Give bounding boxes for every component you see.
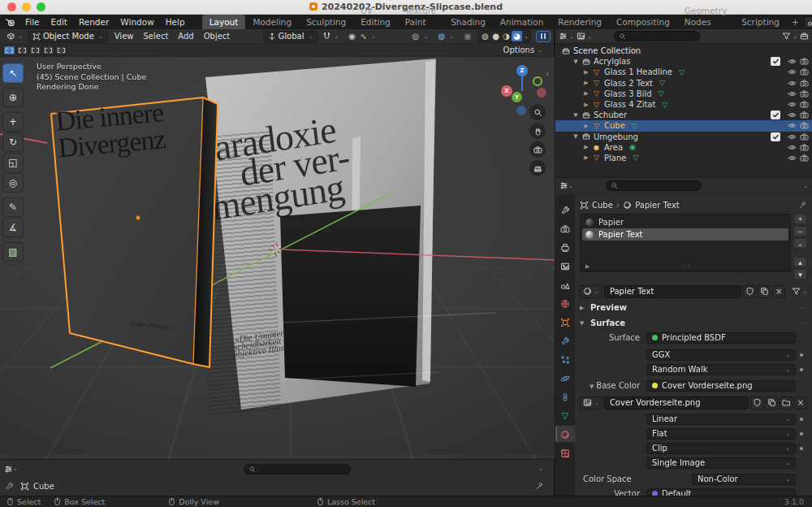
menu-item[interactable]: View (110, 29, 139, 44)
properties-tab-tool[interactable] (555, 202, 575, 218)
disable-in-render-camera-icon[interactable] (800, 67, 809, 76)
base-color-texture-button[interactable]: Cover Vorderseite.png (646, 380, 796, 392)
tool-move[interactable]: + (2, 112, 24, 132)
menu-item[interactable]: Add (173, 29, 198, 44)
move-slot-down-button[interactable]: ▾ (793, 269, 807, 280)
expand-arrow-icon[interactable]: ▶ (581, 154, 591, 161)
workspace-tab-shading[interactable]: Shading (443, 15, 493, 29)
outliner-filter-button[interactable]: ⌄ (782, 32, 797, 41)
workspace-tab-uv-editing[interactable]: UV Editing (353, 3, 398, 29)
unlink-image-button[interactable]: × (794, 396, 807, 410)
subsurface-method-dropdown[interactable]: Random Walk⌄ (646, 364, 796, 375)
properties-tab-modifiers[interactable] (555, 332, 575, 349)
distribution-dropdown[interactable]: GGX⌄ (646, 349, 796, 361)
viewport-canvas[interactable]: Paradoxie der ver- mengung »Die Ununter-… (0, 57, 555, 459)
outliner-row-glass-3-bild[interactable]: ▶ ▽ Glass 3 Bild ▽ (555, 89, 812, 99)
bottom-editor-pin-icon[interactable] (535, 481, 549, 491)
hide-in-viewport-eye-icon[interactable] (788, 154, 797, 162)
outliner-row-glass-4-zitat[interactable]: ▶ ▽ Glass 4 Zitat ▽ (555, 99, 812, 110)
fake-user-shield-button[interactable] (743, 285, 756, 298)
menu-item[interactable]: Select (138, 29, 173, 44)
outliner-row-area[interactable]: ▶ ● Area ◉ (555, 142, 812, 153)
preview-panel-header[interactable]: ▶Preview┄┄ (580, 301, 807, 314)
move-slot-up-button[interactable]: ▴ (793, 257, 807, 267)
add-workspace-button[interactable]: + (787, 17, 804, 27)
outliner-row-glass-1-headline[interactable]: ▶ ▽ Glass 1 Headline ▽ (555, 67, 812, 77)
interpolation-dropdown[interactable]: Linear⌄ (646, 414, 796, 425)
mode-dropdown[interactable]: Object Mode⌄ (28, 31, 108, 42)
disable-in-render-camera-icon[interactable] (800, 110, 809, 119)
disable-in-render-camera-icon[interactable] (800, 132, 809, 141)
options-dropdown[interactable]: Options⌄ (503, 46, 551, 54)
browse-image-dropdown[interactable]: ⌄ (580, 396, 603, 410)
blender-logo-icon[interactable] (5, 16, 16, 28)
tool-scale[interactable]: ◱ (2, 153, 24, 172)
snap-toggle[interactable]: ⌄ (319, 32, 342, 41)
shading-dropdown[interactable]: ⌄ (524, 33, 529, 40)
gizmo-axis-x-neg[interactable] (537, 88, 546, 98)
surface-shader-button[interactable]: Principled BSDF (646, 332, 796, 344)
gizmo-axis-x[interactable]: X (501, 85, 512, 97)
disable-in-render-camera-icon[interactable] (800, 100, 809, 109)
hide-in-viewport-eye-icon[interactable] (788, 89, 797, 98)
gizmo-axis-z-neg[interactable] (516, 106, 526, 115)
color-space-dropdown[interactable]: Non-Color⌄ (692, 474, 796, 485)
workspace-tab-modeling[interactable]: Modeling (245, 15, 299, 29)
transform-orientation-dropdown[interactable]: Global⌄ (263, 31, 318, 42)
properties-tab-scene[interactable] (555, 276, 575, 292)
properties-tab-particles[interactable] (555, 351, 575, 367)
exclude-checkbox[interactable] (771, 110, 780, 119)
properties-tab-render[interactable] (555, 220, 575, 236)
hide-in-viewport-eye-icon[interactable] (788, 57, 797, 66)
properties-tab-constraints[interactable] (555, 388, 575, 405)
tool-cursor[interactable]: ⊕ (2, 88, 24, 107)
properties-editor-type-dropdown[interactable]: ⌄ (559, 181, 573, 190)
gizmo-axis-y-neg[interactable] (533, 76, 542, 86)
expand-arrow-icon[interactable]: ▶ (581, 102, 591, 108)
gizmo-axis-y[interactable]: Y (512, 92, 522, 102)
image-name-field[interactable]: Cover Vorderseite.png (604, 396, 749, 410)
show-gizmo-toggle[interactable]: ◎⌄ (407, 31, 431, 41)
image-copy-button[interactable] (765, 396, 778, 410)
extension-dropdown[interactable]: Clip⌄ (646, 443, 796, 454)
zoom-view-button[interactable] (529, 104, 546, 120)
menu-item[interactable]: Edit (45, 15, 73, 29)
workspace-tab-texture-paint[interactable]: Texture Paint (398, 3, 443, 29)
workspace-tab-sculpting[interactable]: Sculpting (299, 15, 353, 29)
workspace-tab-scripting[interactable]: Scripting (734, 15, 787, 29)
tool-tab-icon[interactable] (5, 481, 14, 491)
shading-wireframe-button[interactable]: ◍ (480, 31, 490, 41)
scene-selector[interactable]: ⌄ Scene × (804, 16, 812, 28)
workspace-tab-layout[interactable]: Layout (202, 15, 246, 29)
pin-id-icon[interactable] (798, 200, 807, 210)
shading-material-button[interactable]: ◑ (501, 31, 512, 41)
properties-tab-data[interactable]: ▽ (555, 407, 575, 423)
remove-slot-button[interactable]: − (793, 226, 807, 236)
surface-panel-header[interactable]: ▼Surface┄┄ (580, 317, 807, 329)
properties-tab-world[interactable] (555, 295, 575, 311)
outliner-row-schuber[interactable]: ▼ Schuber (555, 110, 812, 120)
expand-arrow-icon[interactable]: ▼ (571, 112, 581, 119)
xray-toggle[interactable]: ▣ (459, 31, 476, 41)
outliner-filter-id-dropdown[interactable]: ⌄ (577, 32, 592, 41)
sidebar-collapse-arrow[interactable]: ‹ (546, 68, 549, 79)
hide-in-viewport-eye-icon[interactable] (788, 110, 797, 119)
workspace-tab-animation[interactable]: Animation (493, 15, 551, 29)
image-fake-user-button[interactable] (750, 396, 763, 410)
image-source-dropdown[interactable]: Single Image⌄ (646, 457, 796, 469)
gizmo-axis-z[interactable]: Z (516, 65, 528, 76)
properties-tab-output[interactable] (555, 239, 575, 255)
hide-in-viewport-eye-icon[interactable] (788, 67, 797, 76)
tool-rotate[interactable]: ↻ (2, 132, 24, 152)
disable-in-render-camera-icon[interactable] (800, 57, 809, 66)
outliner-row-umgebung[interactable]: ▼ Umgebung (555, 132, 812, 142)
hide-in-viewport-eye-icon[interactable] (788, 100, 797, 109)
workspace-tab-compositing[interactable]: Compositing (609, 15, 677, 29)
expand-arrow-icon[interactable]: ▼ (571, 58, 581, 65)
properties-tab-view-layer[interactable] (555, 258, 575, 274)
copy-material-button[interactable] (758, 285, 771, 298)
projection-dropdown[interactable]: Flat⌄ (646, 428, 796, 440)
bottom-editor-type-dropdown[interactable]: ⌄ (4, 465, 24, 474)
resize-grip[interactable]: ∷∷ (590, 263, 785, 271)
menu-item[interactable]: Window (114, 15, 159, 29)
